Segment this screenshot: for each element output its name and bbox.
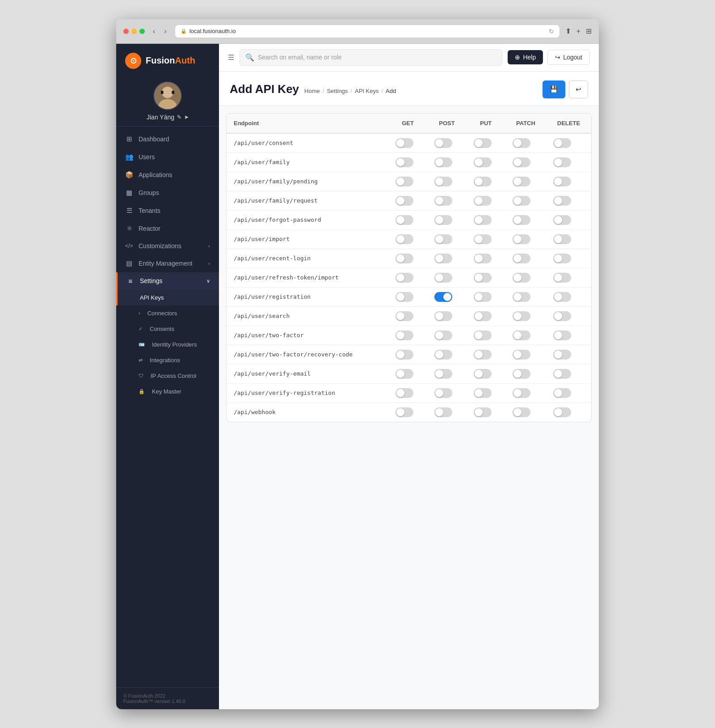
toggle-track-post[interactable]: [434, 177, 452, 186]
toggle-get-2[interactable]: [388, 172, 427, 191]
toggle-track-patch[interactable]: [513, 177, 530, 186]
toggle-track-patch[interactable]: [513, 388, 530, 398]
toggle-track-post[interactable]: [434, 254, 452, 263]
sidebar-item-api-keys[interactable]: API Keys: [116, 290, 219, 305]
toggle-track-put[interactable]: [474, 215, 492, 225]
toggle-post-1[interactable]: [427, 152, 466, 172]
toggle-patch-5[interactable]: [505, 229, 546, 249]
toggle-delete-12[interactable]: [546, 364, 591, 383]
toggle-track-patch[interactable]: [513, 138, 530, 148]
sidebar-item-ip-access-control[interactable]: 🛡 IP Access Control: [116, 368, 219, 384]
toggle-track-delete[interactable]: [553, 388, 571, 398]
toggle-track-post[interactable]: [434, 196, 452, 206]
sidebar-item-reactor[interactable]: ⚛ Reactor: [116, 220, 219, 237]
breadcrumb-api-keys[interactable]: API Keys: [355, 88, 379, 94]
toggle-put-12[interactable]: [467, 364, 505, 383]
back-nav-button[interactable]: ‹: [150, 26, 158, 36]
toggle-get-6[interactable]: [388, 249, 427, 268]
toggle-track-delete[interactable]: [553, 157, 571, 167]
toggle-track-delete[interactable]: [553, 292, 571, 302]
toggle-put-8[interactable]: [467, 287, 505, 306]
toggle-get-8[interactable]: [388, 287, 427, 306]
toggle-delete-6[interactable]: [546, 249, 591, 268]
sidebar-item-entity-management[interactable]: ▤ Entity Management ‹: [116, 254, 219, 272]
toggle-track-patch[interactable]: [513, 157, 530, 167]
new-tab-icon[interactable]: +: [576, 27, 580, 35]
toggle-track-patch[interactable]: [513, 350, 530, 360]
toggle-track-delete[interactable]: [553, 330, 571, 340]
toggle-track-get[interactable]: [395, 311, 413, 321]
toggle-put-14[interactable]: [467, 402, 505, 422]
toggle-put-2[interactable]: [467, 172, 505, 191]
toggle-track-put[interactable]: [474, 407, 492, 417]
toggle-track-put[interactable]: [474, 157, 492, 167]
toggle-track-post[interactable]: [434, 350, 452, 360]
toggle-patch-14[interactable]: [505, 402, 546, 422]
toggle-patch-11[interactable]: [505, 345, 546, 364]
toggle-post-10[interactable]: [427, 326, 466, 345]
toggle-track-post[interactable]: [434, 311, 452, 321]
toggle-patch-3[interactable]: [505, 191, 546, 210]
toggle-put-9[interactable]: [467, 306, 505, 326]
hamburger-icon[interactable]: ☰: [228, 53, 234, 62]
toggle-patch-12[interactable]: [505, 364, 546, 383]
toggle-get-1[interactable]: [388, 152, 427, 172]
toggle-put-7[interactable]: [467, 268, 505, 287]
toggle-track-patch[interactable]: [513, 369, 530, 379]
toggle-track-patch[interactable]: [513, 311, 530, 321]
logout-button[interactable]: ↪ Logout: [547, 50, 590, 65]
toggle-patch-1[interactable]: [505, 152, 546, 172]
toggle-patch-6[interactable]: [505, 249, 546, 268]
toggle-track-post[interactable]: [434, 369, 452, 379]
toggle-delete-7[interactable]: [546, 268, 591, 287]
toggle-track-delete[interactable]: [553, 234, 571, 244]
toggle-track-get[interactable]: [395, 292, 413, 302]
forward-nav-button[interactable]: ›: [161, 26, 169, 36]
toggle-patch-9[interactable]: [505, 306, 546, 326]
address-bar[interactable]: 🔒 local.fusionauth.io ↻: [175, 25, 560, 38]
toggle-track-patch[interactable]: [513, 215, 530, 225]
toggle-delete-0[interactable]: [546, 133, 591, 153]
reload-icon[interactable]: ↻: [549, 28, 554, 35]
sidebar-item-key-master[interactable]: 🔒 Key Master: [116, 384, 219, 399]
toggle-get-11[interactable]: [388, 345, 427, 364]
toggle-track-delete[interactable]: [553, 254, 571, 263]
toggle-delete-14[interactable]: [546, 402, 591, 422]
toggle-delete-10[interactable]: [546, 326, 591, 345]
toggle-track-post[interactable]: [434, 388, 452, 398]
toggle-track-put[interactable]: [474, 330, 492, 340]
search-box[interactable]: 🔍: [240, 49, 502, 66]
toggle-track-get[interactable]: [395, 138, 413, 148]
toggle-track-patch[interactable]: [513, 273, 530, 283]
toggle-get-4[interactable]: [388, 210, 427, 229]
back-button[interactable]: ↩: [569, 80, 588, 98]
toggle-track-post[interactable]: [434, 234, 452, 244]
sidebar-item-tenants[interactable]: ☰ Tenants: [116, 202, 219, 220]
sidebar-item-users[interactable]: 👥 Users: [116, 148, 219, 166]
toggle-patch-2[interactable]: [505, 172, 546, 191]
toggle-track-get[interactable]: [395, 350, 413, 360]
toggle-track-put[interactable]: [474, 254, 492, 263]
sidebar-item-consents[interactable]: ✓ Consents: [116, 321, 219, 337]
toggle-track-put[interactable]: [474, 273, 492, 283]
toggle-track-put[interactable]: [474, 350, 492, 360]
toggle-track-put[interactable]: [474, 369, 492, 379]
toggle-get-13[interactable]: [388, 383, 427, 402]
toggle-track-post[interactable]: [434, 330, 452, 340]
toggle-track-get[interactable]: [395, 157, 413, 167]
toggle-track-put[interactable]: [474, 311, 492, 321]
toggle-track-post[interactable]: [434, 138, 452, 148]
toggle-get-9[interactable]: [388, 306, 427, 326]
toggle-track-patch[interactable]: [513, 254, 530, 263]
toggle-track-delete[interactable]: [553, 196, 571, 206]
toggle-track-get[interactable]: [395, 196, 413, 206]
toggle-put-1[interactable]: [467, 152, 505, 172]
toggle-post-8[interactable]: [427, 287, 466, 306]
toggle-get-7[interactable]: [388, 268, 427, 287]
toggle-track-get[interactable]: [395, 215, 413, 225]
toggle-post-5[interactable]: [427, 229, 466, 249]
toggle-delete-1[interactable]: [546, 152, 591, 172]
close-button[interactable]: [123, 29, 129, 34]
toggle-track-patch[interactable]: [513, 407, 530, 417]
breadcrumb-settings[interactable]: Settings: [327, 88, 348, 94]
